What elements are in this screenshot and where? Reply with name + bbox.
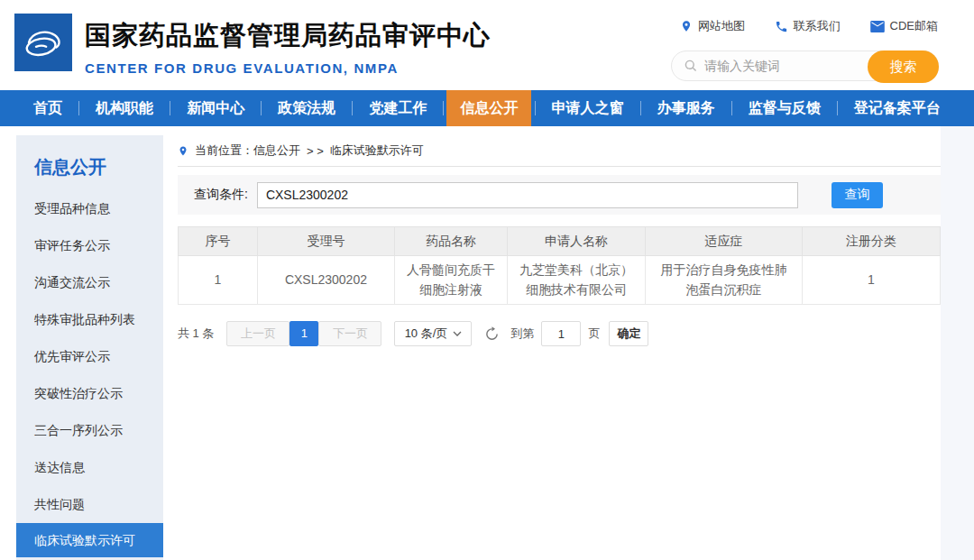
main-content: 当前位置：信息公开 > > 临床试验默示许可 查询条件: 查询 序号 受理号 药… xyxy=(163,135,941,560)
cde-mail-label: CDE邮箱 xyxy=(890,18,938,34)
sidebar-item-special-approval-list[interactable]: 特殊审批品种列表 xyxy=(16,301,163,338)
page-right-margin xyxy=(941,126,974,560)
chevron-down-icon xyxy=(453,331,462,336)
nav-item-info-disclosure[interactable]: 信息公开 xyxy=(446,90,531,126)
nav-item-home[interactable]: 首页 xyxy=(20,90,76,126)
nav-item-party-building[interactable]: 党建工作 xyxy=(355,90,440,126)
col-serial-number: 序号 xyxy=(179,227,258,256)
sidebar-item-common-issues[interactable]: 共性问题 xyxy=(16,486,163,523)
nav-divider xyxy=(261,101,262,115)
nav-item-registration-platform[interactable]: 登记备案平台 xyxy=(841,90,954,126)
results-table: 序号 受理号 药品名称 申请人名称 适应症 注册分类 1 CXSL2300202… xyxy=(178,226,941,305)
page-number-1[interactable]: 1 xyxy=(289,321,318,346)
nav-divider xyxy=(170,101,170,115)
cde-mail-link[interactable]: CDE邮箱 xyxy=(870,18,938,34)
sidebar-item-communication[interactable]: 沟通交流公示 xyxy=(16,264,163,301)
location-pin-icon xyxy=(178,144,188,158)
search-button[interactable]: 搜索 xyxy=(868,50,939,83)
table-row: 1 CXSL2300202 人骨髓间充质干细胞注射液 九芝堂美科（北京）细胞技术… xyxy=(179,256,941,305)
cell-serial-number: 1 xyxy=(179,256,258,305)
site-search: 搜索 xyxy=(671,50,939,81)
nav-item-news[interactable]: 新闻中心 xyxy=(173,90,258,126)
cell-acceptance-number: CXSL2300202 xyxy=(257,256,394,305)
breadcrumb-separator: > > xyxy=(307,144,324,158)
site-header: 国家药品监督管理局药品审评中心 CENTER FOR DRUG EVALUATI… xyxy=(0,0,974,90)
nav-item-services[interactable]: 办事服务 xyxy=(644,90,729,126)
main-nav: 首页 机构职能 新闻中心 政策法规 党建工作 信息公开 申请人之窗 办事服务 监… xyxy=(0,90,974,126)
sidebar-title: 信息公开 xyxy=(16,135,163,190)
nav-item-policy[interactable]: 政策法规 xyxy=(264,90,349,126)
query-bar: 查询条件: 查询 xyxy=(178,175,941,215)
pager-group: 上一页 1 下一页 xyxy=(226,321,381,346)
breadcrumb-prefix[interactable]: 当前位置：信息公开 xyxy=(195,142,300,159)
nav-divider xyxy=(443,101,444,115)
cell-drug-name: 人骨髓间充质干细胞注射液 xyxy=(394,256,507,305)
query-button[interactable]: 查询 xyxy=(832,182,883,208)
prev-page-button[interactable]: 上一页 xyxy=(226,321,289,346)
sidebar-item-breakthrough-therapy[interactable]: 突破性治疗公示 xyxy=(16,375,163,412)
col-applicant-name: 申请人名称 xyxy=(508,227,646,256)
query-input[interactable] xyxy=(257,182,798,208)
refresh-icon[interactable] xyxy=(484,326,500,342)
col-drug-name: 药品名称 xyxy=(394,227,507,256)
sidebar-item-delivery-info[interactable]: 送达信息 xyxy=(16,449,163,486)
phone-icon xyxy=(775,20,788,33)
pagination: 共 1 条 上一页 1 下一页 10 条/页 到第 xyxy=(178,321,941,346)
page-body: 信息公开 受理品种信息 审评任务公示 沟通交流公示 特殊审批品种列表 优先审评公… xyxy=(0,126,974,560)
goto-page-label: 到第 xyxy=(510,326,534,342)
col-registration-class: 注册分类 xyxy=(803,227,941,256)
swan-swirl-icon xyxy=(22,23,65,61)
nav-divider xyxy=(731,101,732,115)
table-header-row: 序号 受理号 药品名称 申请人名称 适应症 注册分类 xyxy=(179,227,941,256)
sidebar-item-review-tasks[interactable]: 审评任务公示 xyxy=(16,227,163,264)
goto-page-input[interactable] xyxy=(541,321,581,346)
sidebar: 信息公开 受理品种信息 审评任务公示 沟通交流公示 特殊审批品种列表 优先审评公… xyxy=(16,135,163,560)
site-subtitle: CENTER FOR DRUG EVALUATION, NMPA xyxy=(85,60,491,76)
nav-item-supervision-feedback[interactable]: 监督与反馈 xyxy=(735,90,834,126)
cde-logo xyxy=(14,14,72,71)
breadcrumb: 当前位置：信息公开 > > 临床试验默示许可 xyxy=(178,135,941,167)
col-indication: 适应症 xyxy=(645,227,802,256)
sidebar-item-priority-review[interactable]: 优先审评公示 xyxy=(16,338,163,375)
search-icon xyxy=(684,59,698,73)
contact-us-link[interactable]: 联系我们 xyxy=(775,18,841,34)
col-acceptance-number: 受理号 xyxy=(257,227,394,256)
page-size-value: 10 条/页 xyxy=(405,326,448,342)
nav-divider xyxy=(535,101,536,115)
map-pin-icon xyxy=(680,19,693,33)
next-page-button[interactable]: 下一页 xyxy=(318,321,381,346)
nav-divider xyxy=(78,101,79,115)
page-unit-label: 页 xyxy=(588,326,600,342)
brand-block: 国家药品监督管理局药品审评中心 CENTER FOR DRUG EVALUATI… xyxy=(85,18,491,76)
sidebar-item-three-in-one-sequence[interactable]: 三合一序列公示 xyxy=(16,412,163,449)
contact-us-label: 联系我们 xyxy=(794,18,841,34)
query-label: 查询条件: xyxy=(194,187,248,203)
nav-item-organization[interactable]: 机构职能 xyxy=(82,90,167,126)
cell-indication: 用于治疗自身免疫性肺泡蛋白沉积症 xyxy=(645,256,802,305)
header-utility-links: 网站地图 联系我们 CDE邮箱 xyxy=(680,18,938,34)
cell-applicant-name: 九芝堂美科（北京）细胞技术有限公司 xyxy=(508,256,646,305)
page-size-select[interactable]: 10 条/页 xyxy=(394,321,472,346)
sitemap-link[interactable]: 网站地图 xyxy=(680,18,745,34)
confirm-button[interactable]: 确定 xyxy=(609,321,648,346)
mail-icon xyxy=(870,21,885,32)
sidebar-item-clinical-trial-implied-license[interactable]: 临床试验默示许可 xyxy=(16,523,163,557)
total-count: 共 1 条 xyxy=(178,326,214,342)
nav-item-applicant-window[interactable]: 申请人之窗 xyxy=(538,90,638,126)
nav-divider xyxy=(837,101,838,115)
sidebar-item-accepted-varieties[interactable]: 受理品种信息 xyxy=(16,190,163,227)
cell-registration-class: 1 xyxy=(803,256,941,305)
nav-divider xyxy=(640,101,641,115)
sitemap-label: 网站地图 xyxy=(698,18,745,34)
site-title: 国家药品监督管理局药品审评中心 xyxy=(85,18,491,54)
breadcrumb-current: 临床试验默示许可 xyxy=(330,142,424,159)
nav-divider xyxy=(352,101,353,115)
